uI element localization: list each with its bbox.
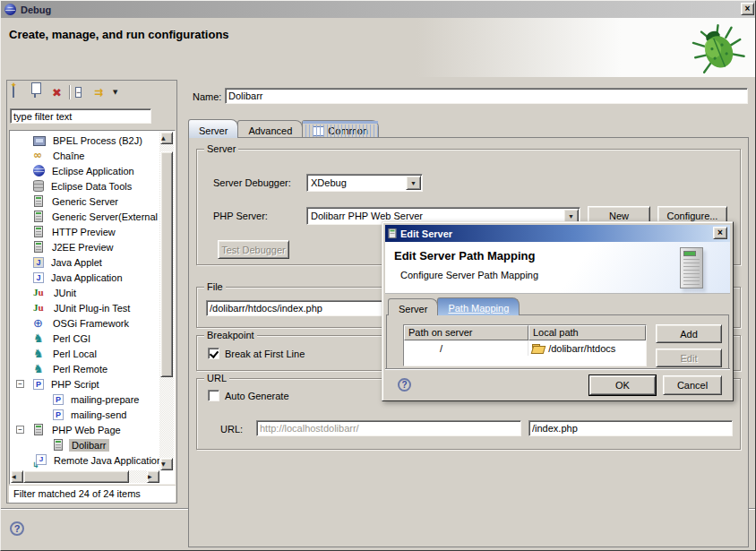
dialog-button-bar: ? OK Cancel [385, 368, 730, 398]
auto-generate-checkbox[interactable] [208, 390, 219, 401]
tab-advanced[interactable]: Advanced [237, 120, 303, 138]
cancel-button[interactable]: Cancel [663, 375, 722, 395]
perl-icon [33, 348, 46, 359]
tree-item-perl-local[interactable]: Perl Local [10, 346, 159, 361]
tree-item-label: PHP Script [48, 378, 102, 391]
edit-mapping-button[interactable]: Edit [656, 349, 722, 367]
php-icon [33, 379, 44, 390]
database-icon [33, 180, 44, 192]
chevron-down-icon[interactable]: ▼ [406, 176, 421, 190]
window-titlebar[interactable]: Debug × [1, 1, 756, 18]
edit-server-titlebar[interactable]: Edit Server × [385, 225, 730, 242]
tree-item-perl-cgi[interactable]: Perl CGI [10, 331, 159, 346]
vertical-scrollbar[interactable]: ▲ ▼ [159, 132, 174, 470]
break-first-line-checkbox[interactable] [208, 348, 219, 359]
column-path-on-server[interactable]: Path on server [404, 325, 528, 340]
auto-generate-label: Auto Generate [225, 391, 289, 401]
dialog-subheading: Configure Server Path Mapping [400, 270, 538, 280]
tree-item-eclipse-data-tools[interactable]: Eclipse Data Tools [10, 178, 159, 194]
type-filter-input[interactable] [10, 108, 151, 124]
tree-item-label: Eclipse Data Tools [48, 180, 134, 193]
tree-item-dolibarr[interactable]: Dolibarr [10, 437, 159, 452]
base-url-input[interactable] [256, 420, 521, 436]
folder-icon [532, 344, 545, 353]
tree-item-java-application[interactable]: Java Application [10, 270, 159, 285]
tree-item-generic-server-external-la[interactable]: Generic Server(External La [10, 209, 159, 224]
path-mapping-table[interactable]: Path on server Local path //dolibarr/htd… [403, 324, 647, 366]
tree-item-http-preview[interactable]: HTTP Preview [10, 224, 159, 239]
scroll-down-icon[interactable]: ▼ [160, 458, 173, 470]
server-debugger-select[interactable]: XDebug ▼ [306, 174, 423, 192]
server-icon [34, 211, 43, 222]
tree-item-label: JUnit Plug-in Test [51, 302, 133, 314]
tree-item-label: Remote Java Application [51, 454, 165, 467]
break-first-line-label: Break at First Line [225, 349, 305, 359]
tree-item-label: mailing-send [68, 409, 129, 421]
column-local-path[interactable]: Local path [528, 325, 646, 340]
delete-icon[interactable]: ✖ [50, 86, 64, 99]
tree-item-osgi-framework[interactable]: OSGi Framework [10, 315, 159, 331]
configurations-sidebar: ✖ − ⇉ ▼ BPEL Process (B2J)ChaîneEclipse … [6, 80, 177, 504]
collapse-expander-icon[interactable]: − [16, 380, 24, 388]
vertical-scrollbar-thumb[interactable] [160, 151, 173, 377]
ok-button[interactable]: OK [589, 375, 656, 395]
tree-item-junit[interactable]: JUnit [10, 285, 159, 300]
menu-dropdown-icon[interactable]: ▼ [113, 86, 126, 99]
horizontal-scrollbar-thumb[interactable] [23, 470, 129, 483]
path-mapping-content: Path on server Local path //dolibarr/htd… [386, 314, 729, 368]
page-title: Create, manage, and run configurations [9, 28, 229, 41]
server-tower-icon [680, 247, 703, 288]
tree-item-mailing-send[interactable]: mailing-send [10, 407, 159, 422]
name-input[interactable] [225, 88, 748, 104]
path-mapping-row[interactable]: //dolibarr/htdocs [404, 340, 646, 356]
help-icon[interactable]: ? [10, 521, 24, 536]
perl-icon [33, 332, 46, 344]
sidebar-toolbar: ✖ − ⇉ ▼ [9, 82, 126, 103]
tree-item-label: Perl Remote [50, 363, 110, 375]
tree-item-eclipse-application[interactable]: Eclipse Application [10, 163, 159, 178]
junit-icon [33, 302, 47, 314]
tree-item-label: mailing-prepare [68, 393, 142, 406]
chain-icon [33, 150, 46, 161]
horizontal-scrollbar[interactable]: ◀ ▶ [11, 470, 159, 483]
tab-path-mapping[interactable]: Path Mapping [437, 297, 520, 315]
scroll-left-icon[interactable]: ◀ [11, 470, 23, 483]
new-config-icon[interactable] [13, 86, 26, 99]
tree-item-label: Chaîne [50, 150, 87, 162]
editor-tabs: Server Advanced Common [188, 119, 378, 138]
tree-item-bpel-process-b2j[interactable]: BPEL Process (B2J) [10, 133, 159, 148]
tree-item-php-web-page[interactable]: −PHP Web Page [10, 422, 159, 437]
bug-icon [691, 23, 746, 75]
tree-item-remote-java-application[interactable]: Remote Java Application [10, 452, 159, 468]
tab-server[interactable]: Server [188, 119, 238, 138]
filter-status: Filter matched 24 of 24 items [9, 486, 176, 503]
collapse-expander-icon[interactable]: − [16, 426, 24, 434]
tree-item-php-script[interactable]: −PHP Script [10, 376, 159, 392]
filter-icon[interactable]: ⇉ [94, 86, 107, 99]
scroll-right-icon[interactable]: ▶ [147, 470, 159, 483]
close-window-button[interactable]: × [741, 3, 754, 15]
tab-server-settings[interactable]: Server [388, 298, 438, 315]
tree-item-label: Generic Server(External La [49, 211, 174, 223]
tree-item-generic-server[interactable]: Generic Server [10, 194, 159, 209]
tree-item-mailing-prepare[interactable]: mailing-prepare [10, 392, 159, 407]
test-debugger-button[interactable]: Test Debugger [218, 240, 289, 259]
tree-item-j2ee-preview[interactable]: J2EE Preview [10, 239, 159, 254]
tree-item-perl-remote[interactable]: Perl Remote [10, 361, 159, 376]
help-icon[interactable]: ? [398, 378, 411, 392]
remote-java-icon [33, 454, 47, 467]
duplicate-icon[interactable] [31, 86, 45, 99]
tree-item-java-applet[interactable]: Java Applet [10, 254, 159, 270]
scroll-up-icon[interactable]: ▲ [160, 132, 173, 144]
close-dialog-button[interactable]: × [713, 227, 727, 239]
tab-common[interactable]: Common [302, 120, 379, 138]
tree-item-label: BPEL Process (B2J) [50, 134, 145, 147]
url-path-input[interactable] [528, 420, 733, 436]
name-label: Name: [193, 91, 221, 102]
tree-item-cha-ne[interactable]: Chaîne [10, 148, 159, 163]
add-mapping-button[interactable]: Add [656, 324, 722, 343]
tree-item-junit-plug-in-test[interactable]: JUnit Plug-in Test [10, 300, 159, 315]
collapse-all-icon[interactable]: − [75, 86, 89, 99]
tree-item-label: Perl CGI [50, 332, 93, 345]
toolbar-separator [69, 85, 70, 99]
